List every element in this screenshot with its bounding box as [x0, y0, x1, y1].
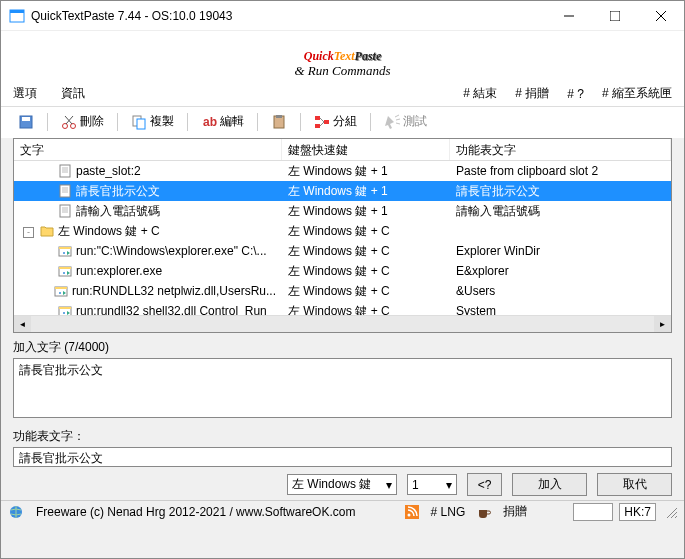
maximize-button[interactable]	[592, 1, 638, 31]
svg-text:ab|: ab|	[203, 115, 217, 129]
run-icon	[58, 304, 72, 315]
svg-rect-44	[55, 287, 67, 289]
file-icon	[58, 164, 72, 178]
svg-rect-25	[60, 165, 70, 177]
close-button[interactable]	[638, 1, 684, 31]
menu-options[interactable]: 選項	[13, 85, 37, 102]
goto-button[interactable]: <?	[467, 473, 502, 496]
scissors-icon	[61, 114, 77, 130]
svg-point-9	[71, 123, 76, 128]
svg-line-10	[66, 116, 73, 124]
modifier-combo[interactable]: 左 Windows 鍵▾	[287, 474, 397, 495]
menu-end[interactable]: # 結束	[463, 85, 497, 102]
globe-icon	[5, 504, 27, 520]
menu-help[interactable]: # ?	[567, 87, 584, 101]
svg-point-51	[407, 513, 410, 516]
file-icon	[58, 204, 72, 218]
svg-rect-16	[276, 115, 282, 118]
horizontal-scrollbar[interactable]: ◄►	[14, 315, 671, 332]
toolbar-paste-icon[interactable]	[266, 112, 292, 132]
replace-button[interactable]: 取代	[597, 473, 672, 496]
svg-rect-7	[22, 117, 30, 121]
table-row[interactable]: run:rundll32 shell32.dll Control_Run左 Wi…	[14, 301, 671, 315]
toolbar-edit[interactable]: ab|編輯	[196, 111, 249, 132]
logo-text: QuickTextPaste	[1, 33, 684, 67]
empty-status-box	[573, 503, 613, 521]
entries-list: 文字 鍵盤快速鍵 功能表文字 paste_slot:2左 Windows 鍵 +…	[13, 138, 672, 333]
toolbar: 刪除 複製 ab|編輯 分組 測試	[1, 107, 684, 138]
toolbar-save-icon[interactable]	[13, 112, 39, 132]
table-row[interactable]: 請輸入電話號碼左 Windows 鍵 + 1請輸入電話號碼	[14, 201, 671, 221]
header-text[interactable]: 文字	[14, 139, 282, 160]
toolbar-test[interactable]: 測試	[379, 111, 432, 132]
menutext-label: 功能表文字：	[13, 424, 672, 445]
freeware-text[interactable]: Freeware (c) Nenad Hrg 2012-2021 / www.S…	[33, 505, 358, 519]
table-row[interactable]: 請長官批示公文左 Windows 鍵 + 1請長官批示公文	[14, 181, 671, 201]
edit-icon: ab|	[201, 114, 217, 130]
list-header: 文字 鍵盤快速鍵 功能表文字	[14, 139, 671, 161]
add-button[interactable]: 加入	[512, 473, 587, 496]
logo-subtitle: & Run Commands	[1, 63, 684, 81]
header-shortcut[interactable]: 鍵盤快速鍵	[282, 139, 450, 160]
group-icon	[314, 114, 330, 130]
svg-line-24	[396, 123, 400, 124]
svg-point-45	[59, 292, 61, 294]
toolbar-group[interactable]: 分組	[309, 111, 362, 132]
donate-link[interactable]: 捐贈	[500, 503, 530, 520]
run-icon	[54, 284, 68, 298]
key-combo[interactable]: 1▾	[407, 474, 457, 495]
table-row[interactable]: run:explorer.exe左 Windows 鍵 + CE&xplorer	[14, 261, 671, 281]
menu-info[interactable]: 資訊	[61, 85, 85, 102]
toolbar-delete[interactable]: 刪除	[56, 111, 109, 132]
table-row[interactable]: run:RUNDLL32 netplwiz.dll,UsersRu...左 Wi…	[14, 281, 671, 301]
lng-link[interactable]: # LNG	[428, 505, 469, 519]
svg-rect-47	[59, 307, 71, 309]
svg-rect-3	[610, 11, 620, 21]
addtext-input[interactable]: 請長官批示公文	[13, 358, 672, 418]
addtext-label: 加入文字 (7/4000)	[13, 339, 672, 356]
run-icon	[58, 264, 72, 278]
svg-rect-33	[60, 205, 70, 217]
folder-icon	[40, 224, 54, 238]
svg-line-11	[65, 116, 72, 124]
rss-icon[interactable]	[402, 505, 422, 519]
header-menutext[interactable]: 功能表文字	[450, 139, 671, 160]
menu-donate[interactable]: # 捐贈	[515, 85, 549, 102]
minimize-button[interactable]	[546, 1, 592, 31]
hk-status: HK:7	[619, 503, 656, 521]
bottom-controls: 左 Windows 鍵▾ 1▾ <? 加入 取代	[1, 467, 684, 500]
chevron-down-icon: ▾	[446, 478, 452, 492]
svg-point-48	[63, 312, 65, 314]
menubar: 選項 資訊 # 結束 # 捐贈 # ? # 縮至系統匣	[1, 81, 684, 107]
svg-point-8	[63, 123, 68, 128]
svg-line-21	[320, 122, 324, 126]
table-row[interactable]: -左 Windows 鍵 + C左 Windows 鍵 + C	[14, 221, 671, 241]
svg-line-22	[395, 115, 399, 117]
table-row[interactable]: run:"C:\Windows\explorer.exe" C:\...左 Wi…	[14, 241, 671, 261]
menutext-input[interactable]: 請長官批示公文	[13, 447, 672, 467]
table-row[interactable]: paste_slot:2左 Windows 鍵 + 1Paste from cl…	[14, 161, 671, 181]
resize-grip[interactable]	[662, 506, 680, 518]
svg-rect-18	[315, 124, 320, 128]
toolbar-copy[interactable]: 複製	[126, 111, 179, 132]
svg-rect-38	[59, 247, 71, 249]
app-icon	[9, 8, 25, 24]
svg-rect-29	[60, 185, 70, 197]
run-icon	[58, 244, 72, 258]
svg-line-23	[396, 119, 400, 120]
svg-rect-41	[59, 267, 71, 269]
svg-line-54	[675, 516, 677, 518]
expand-toggle[interactable]: -	[23, 227, 34, 238]
file-icon	[58, 184, 72, 198]
logo-area: QuickTextPaste & Run Commands	[1, 31, 684, 81]
coffee-icon	[474, 505, 494, 519]
svg-line-20	[320, 118, 324, 122]
svg-rect-17	[315, 116, 320, 120]
copy-icon	[131, 114, 147, 130]
titlebar: QuickTextPaste 7.44 - OS:10.0 19043	[1, 1, 684, 31]
menu-totray[interactable]: # 縮至系統匣	[602, 85, 672, 102]
svg-rect-1	[10, 10, 24, 13]
svg-rect-19	[324, 120, 329, 124]
svg-point-42	[63, 272, 65, 274]
svg-point-39	[63, 252, 65, 254]
